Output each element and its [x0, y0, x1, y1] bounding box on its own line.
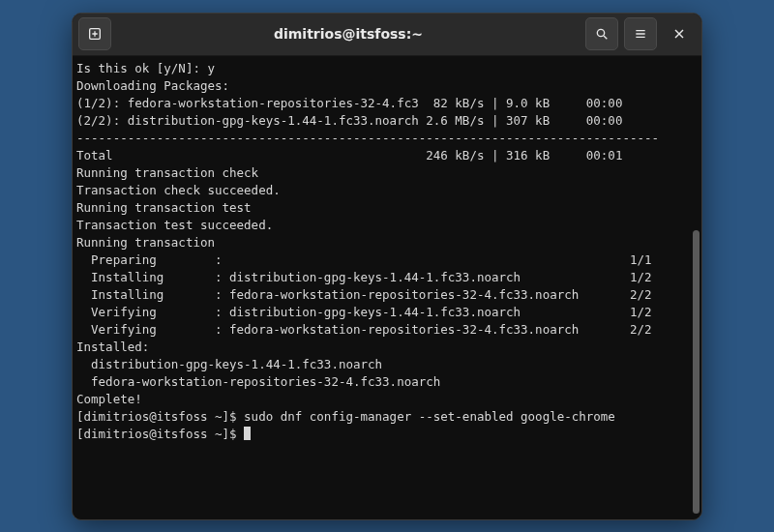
terminal-line: distribution-gpg-keys-1.44-1.fc33.noarch — [76, 356, 688, 373]
menu-button[interactable] — [624, 17, 657, 50]
window-title: dimitrios@itsfoss:~ — [117, 26, 580, 42]
terminal-window: dimitrios@itsfoss:~ — [72, 13, 702, 520]
close-icon — [671, 26, 687, 42]
scroll-thumb[interactable] — [693, 230, 700, 514]
terminal-line: Preparing : 1/1 — [76, 251, 688, 269]
svg-point-3 — [597, 29, 604, 36]
terminal-line: Downloading Packages: — [76, 77, 688, 95]
terminal-line: Complete! — [76, 391, 688, 408]
terminal-line: Installed: — [76, 339, 688, 356]
terminal-line: (2/2): distribution-gpg-keys-1.44-1.fc33… — [76, 112, 688, 130]
search-button[interactable] — [585, 17, 618, 50]
new-tab-icon — [87, 26, 103, 42]
terminal-line: (1/2): fedora-workstation-repositories-3… — [76, 95, 688, 112]
terminal-line: Total 246 kB/s | 316 kB 00:01 — [76, 147, 688, 164]
terminal-cursor — [244, 427, 251, 440]
terminal-line: Running transaction test — [76, 199, 688, 217]
terminal-line: [dimitrios@itsfoss ~]$ — [76, 426, 688, 443]
terminal-line: [dimitrios@itsfoss ~]$ sudo dnf config-m… — [76, 408, 688, 426]
svg-line-4 — [604, 36, 607, 39]
terminal-line: Running transaction — [76, 234, 688, 251]
titlebar-right — [585, 17, 696, 50]
hamburger-icon — [633, 26, 648, 42]
terminal-body: Is this ok [y/N]: yDownloading Packages:… — [73, 56, 701, 519]
terminal-line: Transaction test succeeded. — [76, 217, 688, 234]
terminal-output[interactable]: Is this ok [y/N]: yDownloading Packages:… — [73, 56, 692, 519]
close-button[interactable] — [663, 17, 696, 50]
terminal-line: Verifying : fedora-workstation-repositor… — [76, 321, 688, 339]
new-tab-button[interactable] — [78, 17, 111, 50]
terminal-line: fedora-workstation-repositories-32-4.fc3… — [76, 373, 688, 391]
terminal-line: Is this ok [y/N]: y — [76, 60, 688, 77]
titlebar: dimitrios@itsfoss:~ — [73, 14, 701, 56]
search-icon — [594, 26, 610, 42]
terminal-line: ----------------------------------------… — [76, 130, 688, 147]
terminal-line: Verifying : distribution-gpg-keys-1.44-1… — [76, 304, 688, 321]
terminal-line: Installing : fedora-workstation-reposito… — [76, 286, 688, 304]
terminal-line: Installing : distribution-gpg-keys-1.44-… — [76, 269, 688, 286]
terminal-line: Transaction check succeeded. — [76, 182, 688, 199]
scrollbar[interactable] — [692, 56, 701, 519]
terminal-line: Running transaction check — [76, 164, 688, 182]
